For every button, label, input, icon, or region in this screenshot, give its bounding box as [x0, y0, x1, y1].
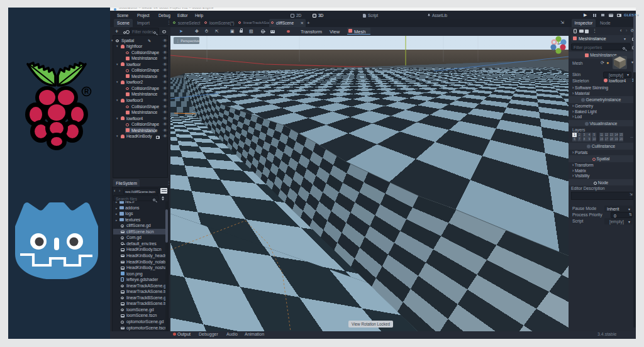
svg-text:View Rotation Locked: View Rotation Locked — [352, 322, 390, 326]
svg-text:⋮ Perspective: ⋮ Perspective — [176, 39, 199, 43]
svg-text:R: R — [84, 88, 89, 95]
